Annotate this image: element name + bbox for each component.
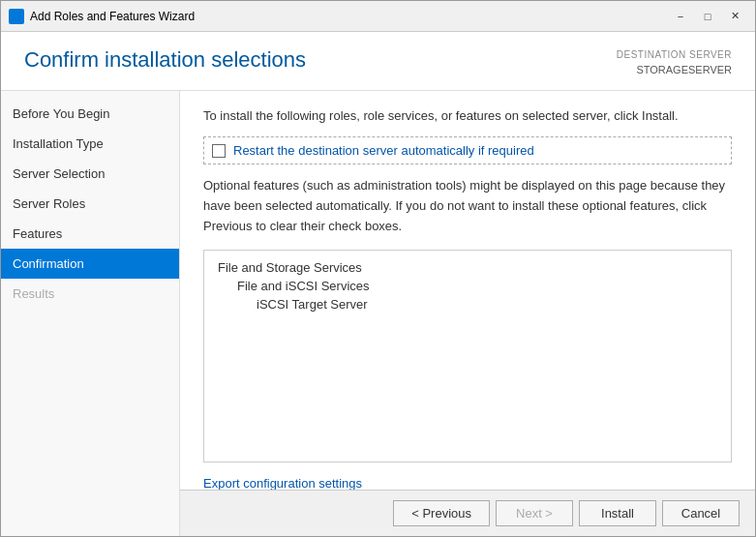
sidebar: Before You Begin Installation Type Serve… bbox=[1, 91, 180, 537]
restart-checkbox-label: Restart the destination server automatic… bbox=[233, 143, 534, 158]
sidebar-item-server-roles[interactable]: Server Roles bbox=[1, 189, 179, 219]
window-controls: − □ ✕ bbox=[668, 7, 747, 26]
content-area: Before You Begin Installation Type Serve… bbox=[1, 91, 755, 537]
restart-checkbox[interactable] bbox=[212, 144, 226, 158]
page-title: Confirm installation selections bbox=[24, 47, 306, 73]
main-content: To install the following roles, role ser… bbox=[180, 91, 755, 537]
next-button[interactable]: Next > bbox=[496, 500, 573, 526]
optional-text: Optional features (such as administratio… bbox=[203, 176, 732, 236]
feature-item-1: File and iSCSI Services bbox=[218, 279, 717, 293]
server-name: STORAGESERVER bbox=[617, 62, 732, 78]
server-info: DESTINATION SERVER STORAGESERVER bbox=[617, 47, 732, 78]
server-label: DESTINATION SERVER bbox=[617, 47, 732, 62]
title-bar: Add Roles and Features Wizard − □ ✕ bbox=[1, 1, 755, 32]
sidebar-item-before-you-begin[interactable]: Before You Begin bbox=[1, 99, 179, 129]
export-config-link[interactable]: Export configuration settings bbox=[203, 476, 362, 490]
sidebar-item-installation-type[interactable]: Installation Type bbox=[1, 129, 179, 159]
cancel-button[interactable]: Cancel bbox=[662, 500, 740, 526]
close-button[interactable]: ✕ bbox=[722, 7, 747, 26]
instruction-text: To install the following roles, role ser… bbox=[203, 106, 732, 126]
sidebar-item-server-selection[interactable]: Server Selection bbox=[1, 159, 179, 189]
main-body: To install the following roles, role ser… bbox=[180, 91, 755, 491]
footer: < Previous Next > Install Cancel bbox=[180, 490, 755, 536]
minimize-button[interactable]: − bbox=[668, 7, 693, 26]
sidebar-item-results: Results bbox=[1, 279, 179, 309]
export-config-link-row: Export configuration settings bbox=[203, 476, 732, 490]
install-button[interactable]: Install bbox=[579, 500, 656, 526]
sidebar-item-confirmation[interactable]: Confirmation bbox=[1, 249, 179, 279]
window-title: Add Roles and Features Wizard bbox=[30, 10, 668, 23]
feature-item-0: File and Storage Services bbox=[218, 260, 717, 275]
previous-button[interactable]: < Previous bbox=[393, 500, 490, 526]
sidebar-item-features[interactable]: Features bbox=[1, 219, 179, 249]
feature-list-box: File and Storage Services File and iSCSI… bbox=[203, 250, 732, 462]
maximize-button[interactable]: □ bbox=[695, 7, 720, 26]
page-header: Confirm installation selections DESTINAT… bbox=[1, 32, 755, 91]
restart-checkbox-row: Restart the destination server automatic… bbox=[203, 136, 732, 164]
wizard-window: Add Roles and Features Wizard − □ ✕ Conf… bbox=[0, 0, 756, 537]
feature-item-2: iSCSI Target Server bbox=[218, 297, 717, 312]
app-icon bbox=[9, 9, 24, 24]
